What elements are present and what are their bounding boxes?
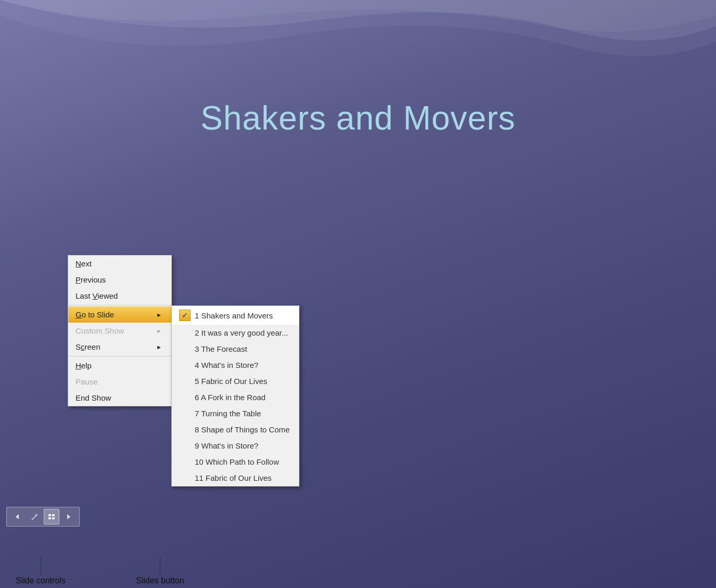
submenu-slide-5-label: 5 Fabric of Our Lives: [195, 377, 267, 386]
menu-item-help[interactable]: Help: [68, 357, 171, 374]
submenu-slide-9-label: 9 What's in Store?: [195, 441, 258, 450]
submenu-item-slide-2[interactable]: 2 It was a very good year...: [172, 325, 299, 341]
submenu-item-slide-4[interactable]: 4 What's in Store?: [172, 357, 299, 373]
next-slide-button[interactable]: [61, 509, 77, 525]
svg-rect-4: [48, 517, 51, 519]
slide-controls-toolbar: [6, 507, 80, 527]
menu-item-last-viewed-label: Last Viewed: [76, 291, 118, 300]
menu-item-screen[interactable]: Screen ►: [68, 339, 171, 355]
check-icon-slide-1: ✓: [179, 310, 191, 321]
prev-arrow-icon: [14, 513, 21, 520]
slide-title: Shakers and Movers: [0, 99, 716, 137]
submenu-item-slide-7[interactable]: 7 Turning the Table: [172, 405, 299, 421]
submenu-item-slide-9[interactable]: 9 What's in Store?: [172, 438, 299, 454]
menu-item-custom-show-label: Custom Show: [76, 326, 124, 335]
submenu-arrow-custom-show: ►: [156, 328, 162, 334]
slide-controls-annotation: Slide controls: [16, 557, 66, 585]
slides-grid-button[interactable]: [44, 509, 59, 525]
menu-item-next-label: Next: [76, 259, 92, 268]
menu-item-screen-label: Screen: [76, 342, 101, 351]
submenu-slide-3-label: 3 The Forecast: [195, 344, 247, 353]
submenu-slide-7-label: 7 Turning the Table: [195, 409, 261, 418]
submenu-arrow-go-to-slide: ►: [156, 312, 162, 318]
submenu-slide-1-label: 1 Shakers and Movers: [195, 311, 273, 320]
go-to-slide-submenu: ✓ 1 Shakers and Movers 2 It was a very g…: [171, 305, 299, 487]
menu-item-end-show[interactable]: End Show: [68, 390, 171, 406]
submenu-slide-11-label: 11 Fabric of Our Lives: [195, 474, 272, 482]
pen-icon: [31, 513, 38, 520]
slide-controls-line: [41, 557, 41, 575]
slides-button-line: [160, 557, 160, 575]
menu-item-pause-label: Pause: [76, 377, 98, 386]
next-arrow-icon: [65, 513, 72, 520]
bottom-annotations: Slide controls Slides button: [3, 557, 184, 585]
menu-item-previous[interactable]: Previous: [68, 272, 171, 288]
slides-grid-icon: [48, 513, 55, 520]
submenu-item-slide-1[interactable]: ✓ 1 Shakers and Movers: [172, 306, 299, 325]
menu-separator-1: [68, 305, 171, 305]
submenu-item-slide-3[interactable]: 3 The Forecast: [172, 341, 299, 357]
context-menu: Next Previous Last Viewed Go to Slide ► …: [68, 255, 172, 406]
submenu-slide-10-label: 10 Which Path to Follow: [195, 457, 279, 466]
svg-rect-2: [48, 514, 51, 516]
submenu-slide-8-label: 8 Shape of Things to Come: [195, 425, 290, 434]
submenu-arrow-screen: ►: [156, 344, 162, 350]
menu-item-go-to-slide[interactable]: Go to Slide ► ✓ 1 Shakers and Movers 2 I…: [68, 306, 171, 323]
submenu-slide-2-label: 2 It was a very good year...: [195, 328, 288, 337]
wave-decoration: [0, 0, 716, 114]
svg-rect-3: [52, 514, 55, 516]
menu-item-next[interactable]: Next: [68, 255, 171, 272]
menu-item-help-label: Help: [76, 361, 92, 370]
menu-item-last-viewed[interactable]: Last Viewed: [68, 288, 171, 304]
prev-slide-button[interactable]: [9, 509, 25, 525]
svg-marker-0: [16, 514, 19, 519]
menu-item-end-show-label: End Show: [76, 393, 111, 402]
submenu-slide-4-label: 4 What's in Store?: [195, 361, 258, 369]
pen-tool-button[interactable]: [27, 509, 42, 525]
slide-controls-label: Slide controls: [16, 576, 66, 585]
submenu-item-slide-5[interactable]: 5 Fabric of Our Lives: [172, 373, 299, 389]
submenu-item-slide-10[interactable]: 10 Which Path to Follow: [172, 454, 299, 470]
submenu-slide-6-label: 6 A Fork in the Road: [195, 393, 266, 402]
svg-marker-6: [67, 514, 70, 519]
submenu-item-slide-8[interactable]: 8 Shape of Things to Come: [172, 421, 299, 438]
menu-item-go-to-slide-label: Go to Slide: [76, 310, 114, 319]
menu-item-previous-label: Previous: [76, 275, 106, 284]
menu-separator-2: [68, 356, 171, 356]
menu-item-custom-show[interactable]: Custom Show ►: [68, 323, 171, 339]
slides-button-label: Slides button: [136, 576, 184, 585]
svg-rect-5: [52, 517, 55, 519]
slides-button-annotation: Slides button: [136, 557, 184, 585]
submenu-item-slide-11[interactable]: 11 Fabric of Our Lives: [172, 470, 299, 486]
menu-item-pause[interactable]: Pause: [68, 374, 171, 390]
submenu-item-slide-6[interactable]: 6 A Fork in the Road: [172, 389, 299, 405]
